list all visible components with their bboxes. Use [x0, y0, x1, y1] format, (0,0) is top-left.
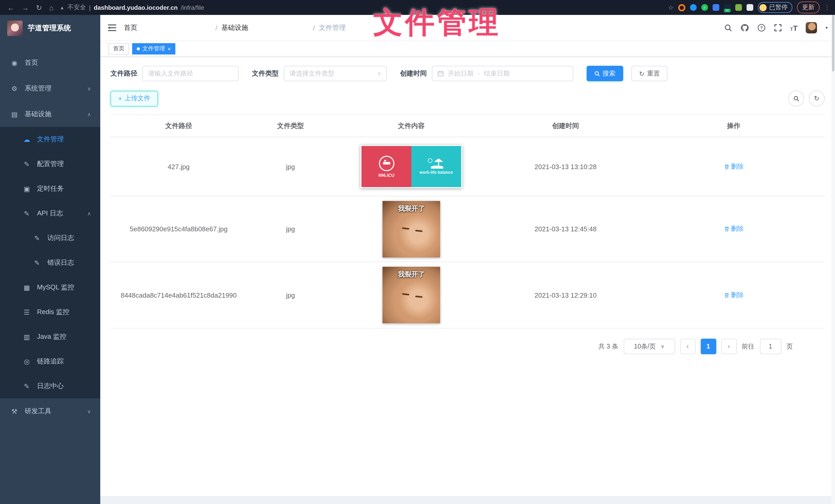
edit-icon: ✎	[33, 234, 41, 242]
table-row: 427.jpg jpg 996.ICU work-life balan	[110, 137, 825, 196]
search-button[interactable]: 搜索	[587, 66, 623, 81]
select-caret-icon: ∨	[661, 344, 664, 349]
browser-forward-icon[interactable]: →	[22, 3, 29, 12]
toolbox-icon: ⚒	[10, 407, 19, 415]
chevron-down-icon: ∨	[87, 86, 91, 91]
extension-pin-icon[interactable]	[690, 4, 697, 11]
github-icon[interactable]	[740, 24, 749, 32]
tag-label: 首页	[113, 45, 124, 52]
tag-home[interactable]: 首页	[108, 43, 129, 54]
upload-file-button[interactable]: + 上传文件	[110, 91, 158, 106]
page-1-button[interactable]: 1	[700, 339, 716, 354]
extension-leaf-icon[interactable]	[735, 4, 742, 11]
delete-label: 删除	[731, 162, 744, 171]
sidebar-item-label: 系统管理	[25, 84, 87, 93]
file-type-select[interactable]: 请选择文件类型 ∨	[284, 66, 387, 81]
trash-icon	[724, 292, 729, 298]
date-range-picker[interactable]: 开始日期 - 结束日期	[432, 66, 573, 81]
avatar-caret-icon[interactable]: ▾	[826, 25, 828, 30]
cell-file-path: 8448cada8c714e4ab61f521c8da21990	[110, 291, 247, 299]
badge-996: 996.ICU	[379, 172, 394, 177]
search-form: 文件路径 请输入文件路径 文件类型 请选择文件类型 ∨ 创建时间 开始日期	[110, 66, 825, 81]
sidebar-item-log-center[interactable]: ✎ 日志中心	[0, 374, 100, 398]
sidebar-item-redis[interactable]: ☰ Redis 监控	[0, 300, 100, 324]
search-icon[interactable]	[725, 24, 732, 31]
breadcrumb-home[interactable]: 首页	[124, 23, 211, 33]
fullscreen-icon[interactable]	[774, 24, 782, 32]
cell-create-time: 2021-03-13 13:10:28	[488, 163, 643, 170]
sidebar-item-access-log[interactable]: ✎ 访问日志	[0, 226, 100, 250]
sidebar: 芋道管理系统 ◉ 首页 ⚙ 系统管理 ∨ ▤ 基础设施 ∧	[0, 15, 100, 504]
next-page-button[interactable]: ›	[721, 339, 736, 354]
user-avatar[interactable]	[806, 22, 817, 34]
file-table: 文件路径 文件类型 文件内容 创建时间 操作 427.jpg jpg	[110, 114, 825, 329]
sidebar-logo[interactable]: 芋道管理系统	[0, 15, 100, 42]
sidebar-item-error-log[interactable]: ✎ 错误日志	[0, 250, 100, 275]
page-size-select[interactable]: 10条/页 ∨	[624, 339, 675, 354]
scrollbar-thumb[interactable]	[832, 15, 834, 71]
delete-label: 删除	[731, 225, 744, 233]
close-icon[interactable]: ×	[168, 45, 171, 52]
extension-green-check-icon[interactable]: ✓	[701, 4, 708, 11]
layers-icon: ☰	[23, 308, 31, 316]
browser-reload-icon[interactable]: ↻	[36, 3, 42, 12]
col-create-time: 创建时间	[488, 121, 643, 130]
sidebar-item-system[interactable]: ⚙ 系统管理 ∨	[0, 76, 100, 101]
delete-button[interactable]: 删除	[724, 225, 744, 233]
sidebar-item-home[interactable]: ◉ 首页	[0, 50, 100, 76]
font-size-icon[interactable]: TT	[790, 23, 798, 32]
sidebar-item-label: API 日志	[37, 209, 87, 218]
sidebar-item-config[interactable]: ✎ 配置管理	[0, 152, 100, 176]
refresh-table-button[interactable]: ↻	[809, 90, 825, 106]
tags-view: 首页 文件管理 ×	[100, 41, 835, 57]
url-divider: |	[89, 4, 90, 11]
file-thumbnail-meme[interactable]: 我裂开了	[383, 267, 440, 323]
update-button[interactable]: 更新	[797, 2, 819, 13]
sidebar-item-trace[interactable]: ◎ 链路追踪	[0, 349, 100, 374]
extension-grid-icon[interactable]	[713, 4, 719, 11]
sidebar-item-mysql[interactable]: ▦ MySQL 监控	[0, 275, 100, 300]
toggle-search-button[interactable]	[788, 90, 804, 106]
sidebar-item-api-log[interactable]: ✎ API 日志 ∧	[0, 201, 100, 226]
goto-page-input[interactable]: 1	[760, 339, 781, 354]
file-thumbnail-996icu[interactable]: 996.ICU work-life balance	[361, 145, 462, 188]
sidebar-item-label: Redis 监控	[37, 308, 94, 317]
sidebar-item-job[interactable]: ▣ 定时任务	[0, 176, 100, 201]
browser-home-icon[interactable]: ⌂	[49, 3, 54, 12]
start-date-placeholder: 开始日期	[448, 69, 473, 78]
search-icon	[793, 96, 799, 102]
help-icon[interactable]: ?	[757, 24, 766, 32]
bookmark-star-icon[interactable]: ☆	[668, 4, 674, 11]
sidebar-item-dev-tools[interactable]: ⚒ 研发工具 ∨	[0, 398, 100, 424]
delete-button[interactable]: 删除	[724, 291, 744, 299]
sidebar-item-file-manage[interactable]: ☁ 文件管理	[0, 127, 100, 152]
delete-label: 删除	[731, 291, 744, 299]
browser-back-icon[interactable]: ←	[7, 3, 14, 12]
table-icon: ▦	[23, 284, 31, 291]
breadcrumb-infra[interactable]: 基础设施	[221, 23, 309, 33]
cell-file-type: jpg	[247, 225, 334, 233]
profile-paused-chip[interactable]: 已暂停	[758, 2, 792, 13]
sidebar-item-java[interactable]: ▥ Java 监控	[0, 324, 100, 349]
tag-file-manage[interactable]: 文件管理 ×	[132, 43, 176, 54]
extension-puzzle-icon[interactable]	[747, 4, 753, 11]
delete-button[interactable]: 删除	[724, 162, 744, 171]
page-scrollbar[interactable]	[831, 15, 835, 504]
pagination: 共 3 条 10条/页 ∨ ‹ 1 › 前往 1 页	[110, 339, 825, 354]
collapse-sidebar-icon[interactable]	[107, 24, 117, 31]
file-thumbnail-meme[interactable]: 我裂开了	[383, 201, 440, 257]
reset-button[interactable]: ↻ 重置	[631, 66, 668, 81]
not-secure-label[interactable]: 不安全	[67, 3, 86, 12]
browser-menu-icon[interactable]: ⋮	[824, 4, 830, 11]
sidebar-item-label: 日志中心	[37, 381, 94, 391]
extension-switch-icon[interactable]: on	[724, 4, 731, 11]
url-domain[interactable]: dashboard.yudao.iocoder.cn	[94, 4, 178, 11]
extension-orange-icon[interactable]	[678, 4, 685, 11]
address-bar[interactable]: ▲ 不安全 | dashboard.yudao.iocoder.cn/infra…	[60, 3, 668, 12]
file-path-input[interactable]: 请输入文件路径	[142, 66, 239, 81]
prev-page-button[interactable]: ‹	[680, 339, 695, 354]
not-secure-warning-icon: ▲	[60, 5, 64, 10]
sidebar-item-infra[interactable]: ▤ 基础设施 ∧	[0, 101, 100, 127]
cell-file-path: 427.jpg	[110, 163, 247, 170]
trash-icon	[724, 164, 729, 169]
